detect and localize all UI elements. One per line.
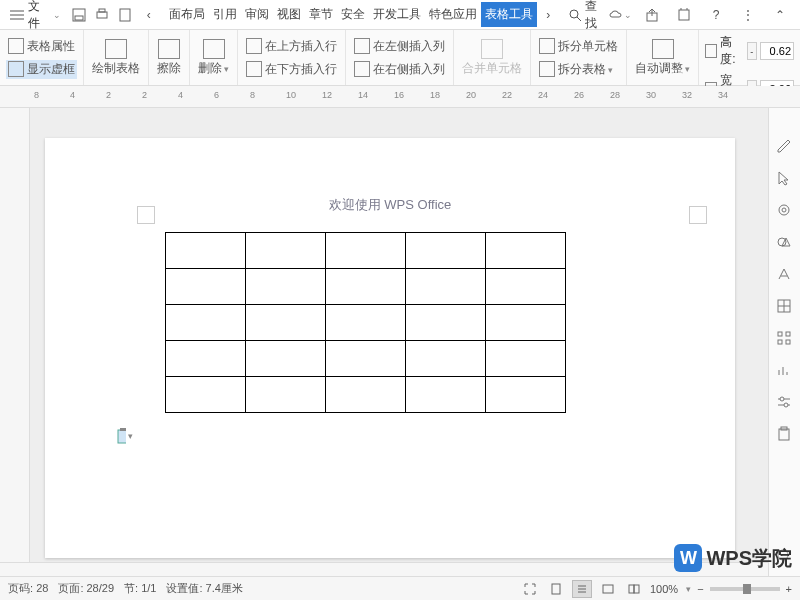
merge-cells-button[interactable]: 合并单元格 <box>460 38 524 78</box>
insert-right-button[interactable]: 在右侧插入列 <box>352 60 447 79</box>
shape-icon[interactable] <box>776 234 794 252</box>
cloud-icon[interactable]: ⌄ <box>608 3 632 27</box>
settings-icon[interactable] <box>776 394 794 412</box>
table-cell[interactable] <box>486 305 566 341</box>
view-outline-icon[interactable] <box>572 580 592 598</box>
table-cell[interactable] <box>326 233 406 269</box>
tab-special[interactable]: 特色应用 <box>425 2 481 27</box>
table-cell[interactable] <box>166 305 246 341</box>
zoom-in[interactable]: + <box>786 583 792 595</box>
document-table[interactable] <box>165 232 566 413</box>
vertical-ruler[interactable] <box>0 108 30 576</box>
table-cell[interactable] <box>246 377 326 413</box>
file-menu[interactable]: 文件 ⌄ <box>4 0 67 34</box>
table-cell[interactable] <box>246 233 326 269</box>
ruler-tick: 28 <box>610 90 620 100</box>
insert-left-button[interactable]: 在左侧插入列 <box>352 37 447 56</box>
collapse-icon[interactable]: ⌃ <box>768 3 792 27</box>
preview-icon[interactable] <box>114 3 137 27</box>
nav-left-icon[interactable]: ‹ <box>137 3 160 27</box>
table-row[interactable] <box>166 269 566 305</box>
text-icon[interactable] <box>776 266 794 284</box>
height-input[interactable] <box>760 42 794 60</box>
table-cell[interactable] <box>246 269 326 305</box>
eraser-button[interactable]: 擦除 <box>155 38 183 78</box>
share-icon[interactable] <box>640 3 664 27</box>
print-icon[interactable] <box>90 3 113 27</box>
view-page-icon[interactable] <box>546 580 566 598</box>
tab-chapter[interactable]: 章节 <box>305 2 337 27</box>
document-page[interactable]: 欢迎使用 WPS Office ▾ <box>45 138 735 558</box>
zoom-value[interactable]: 100% <box>650 583 678 595</box>
more-icon[interactable]: ⋮ <box>736 3 760 27</box>
tab-references[interactable]: 引用 <box>209 2 241 27</box>
nav-right-icon[interactable]: › <box>537 3 560 27</box>
table-cell[interactable] <box>406 341 486 377</box>
view-read-icon[interactable] <box>624 580 644 598</box>
eraser-label: 擦除 <box>157 60 181 77</box>
history-icon[interactable] <box>672 3 696 27</box>
ruler-tick: 6 <box>214 90 219 100</box>
table-row[interactable] <box>166 233 566 269</box>
table-cell[interactable] <box>246 341 326 377</box>
table-cell[interactable] <box>246 305 326 341</box>
draw-table-button[interactable]: 绘制表格 <box>90 38 142 78</box>
chart-icon[interactable] <box>776 362 794 380</box>
draw-table-icon <box>105 39 127 59</box>
tab-table-tools[interactable]: 表格工具 <box>481 2 537 27</box>
cursor-icon[interactable] <box>776 170 794 188</box>
paste-options-icon[interactable]: ▾ <box>117 428 133 444</box>
grid-icon[interactable] <box>776 298 794 316</box>
height-decrement[interactable]: - <box>747 42 758 60</box>
search-button[interactable]: 查找 <box>568 0 608 32</box>
table-cell[interactable] <box>166 233 246 269</box>
apps-icon[interactable] <box>776 330 794 348</box>
table-cell[interactable] <box>406 305 486 341</box>
table-cell[interactable] <box>406 377 486 413</box>
table-row[interactable] <box>166 377 566 413</box>
split-table-button[interactable]: 拆分表格▾ <box>537 60 620 79</box>
table-cell[interactable] <box>326 377 406 413</box>
gear-icon[interactable] <box>776 202 794 220</box>
svg-point-16 <box>778 238 786 246</box>
table-cell[interactable] <box>486 233 566 269</box>
table-cell[interactable] <box>486 341 566 377</box>
table-cell[interactable] <box>326 305 406 341</box>
view-web-icon[interactable] <box>598 580 618 598</box>
horizontal-scrollbar[interactable] <box>0 562 768 576</box>
table-cell[interactable] <box>166 341 246 377</box>
delete-icon <box>203 39 225 59</box>
right-sidebar <box>768 108 800 576</box>
zoom-slider[interactable] <box>710 587 780 591</box>
tab-review[interactable]: 审阅 <box>241 2 273 27</box>
table-cell[interactable] <box>486 377 566 413</box>
horizontal-ruler[interactable]: 842246810121416182022242628303234 <box>0 86 800 108</box>
tab-view[interactable]: 视图 <box>273 2 305 27</box>
insert-above-button[interactable]: 在上方插入行 <box>244 37 339 56</box>
show-dashed-button[interactable]: 显示虚框 <box>6 60 77 79</box>
table-row[interactable] <box>166 305 566 341</box>
table-cell[interactable] <box>166 377 246 413</box>
save-icon[interactable] <box>67 3 90 27</box>
autofit-button[interactable]: 自动调整▾ <box>633 38 692 78</box>
table-cell[interactable] <box>406 233 486 269</box>
tab-page-layout[interactable]: 面布局 <box>165 2 209 27</box>
table-cell[interactable] <box>406 269 486 305</box>
table-row[interactable] <box>166 341 566 377</box>
autofit-icon <box>652 39 674 59</box>
zoom-out[interactable]: − <box>697 583 703 595</box>
fullscreen-icon[interactable] <box>520 580 540 598</box>
split-cells-button[interactable]: 拆分单元格 <box>537 37 620 56</box>
table-cell[interactable] <box>326 269 406 305</box>
table-properties-button[interactable]: 表格属性 <box>6 37 77 56</box>
delete-button[interactable]: 删除▾ <box>196 38 231 78</box>
table-cell[interactable] <box>486 269 566 305</box>
table-cell[interactable] <box>166 269 246 305</box>
clipboard-icon[interactable] <box>776 426 794 444</box>
table-cell[interactable] <box>326 341 406 377</box>
tab-dev-tools[interactable]: 开发工具 <box>369 2 425 27</box>
pencil-icon[interactable] <box>776 138 794 156</box>
help-icon[interactable]: ? <box>704 3 728 27</box>
tab-security[interactable]: 安全 <box>337 2 369 27</box>
insert-below-button[interactable]: 在下方插入行 <box>244 60 339 79</box>
